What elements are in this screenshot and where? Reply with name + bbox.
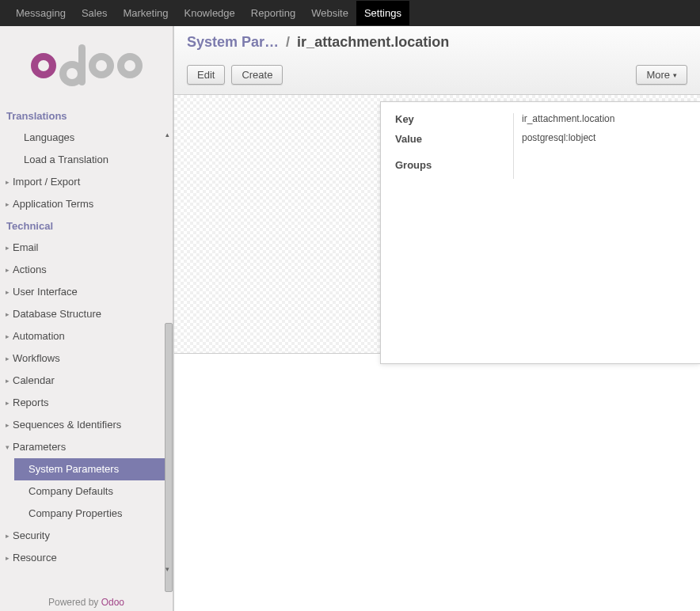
sidebar-item-label: Resource xyxy=(13,552,57,564)
chevron-right-icon: ▸ xyxy=(3,198,11,211)
more-dropdown[interactable]: More ▾ xyxy=(636,65,687,85)
sidebar-item-label: Email xyxy=(13,241,39,254)
field-key-label: Key xyxy=(395,113,505,125)
nav-reporting[interactable]: Reporting xyxy=(243,1,303,25)
chevron-right-icon: ▸ xyxy=(3,374,11,387)
sidebar-item-load-translation[interactable]: Load a Translation xyxy=(0,149,173,171)
sidebar-item-label: Company Properties xyxy=(29,507,123,520)
breadcrumb-parent[interactable]: System Par… xyxy=(187,34,279,50)
chevron-right-icon: ▸ xyxy=(3,529,11,542)
sidebar-item-label: User Interface xyxy=(13,286,78,298)
sidebar-item-label: Import / Export xyxy=(13,176,80,188)
sidebar-item-label: Calendar xyxy=(13,374,55,387)
chevron-right-icon: ▸ xyxy=(3,308,11,321)
nav-settings[interactable]: Settings xyxy=(356,1,409,25)
sidebar-item-company-properties[interactable]: Company Properties xyxy=(0,503,173,525)
powered-prefix: Powered by xyxy=(48,597,101,608)
sidebar-item-label: Automation xyxy=(13,330,65,343)
field-key-value: ir_attachment.location xyxy=(522,113,614,124)
chevron-down-icon: ▾ xyxy=(673,71,677,79)
edit-button[interactable]: Edit xyxy=(187,65,225,85)
form-sheet: Key Value Groups ir_attachment.location … xyxy=(380,101,700,364)
chevron-right-icon: ▸ xyxy=(3,397,11,409)
breadcrumb-current: ir_attachment.location xyxy=(297,34,449,50)
sidebar-item-resource[interactable]: ▸Resource xyxy=(0,547,173,569)
sidebar-item-company-defaults[interactable]: Company Defaults xyxy=(0,480,173,503)
section-technical: Technical xyxy=(0,215,173,237)
main-header: System Par… / ir_attachment.location Edi… xyxy=(174,26,700,95)
chevron-right-icon: ▸ xyxy=(3,552,11,564)
sidebar-item-application-terms[interactable]: ▸Application Terms xyxy=(0,193,173,215)
scroll-up-icon[interactable]: ▴ xyxy=(162,131,173,139)
sidebar-item-label: Reports xyxy=(13,397,49,409)
more-label: More xyxy=(646,69,670,81)
main: System Par… / ir_attachment.location Edi… xyxy=(173,26,700,611)
chevron-right-icon: ▸ xyxy=(3,264,11,276)
sidebar-item-label: Application Terms xyxy=(13,198,93,211)
sidebar-item-workflows[interactable]: ▸Workflows xyxy=(0,347,173,370)
sidebar-item-parameters[interactable]: ▾Parameters xyxy=(0,436,173,458)
sidebar-item-system-parameters[interactable]: System Parameters xyxy=(14,458,173,480)
sidebar-item-reports[interactable]: ▸Reports xyxy=(0,392,173,414)
field-value-label: Value xyxy=(395,133,505,145)
sidebar-item-user-interface[interactable]: ▸User Interface xyxy=(0,281,173,303)
sidebar-item-label: Security xyxy=(13,529,50,542)
sidebar-item-database-structure[interactable]: ▸Database Structure xyxy=(0,303,173,325)
nav-marketing[interactable]: Marketing xyxy=(115,1,176,25)
logo[interactable] xyxy=(0,26,173,105)
field-value-value: postgresql:lobject xyxy=(522,132,595,143)
breadcrumb-sep: / xyxy=(283,34,293,50)
breadcrumb: System Par… / ir_attachment.location xyxy=(187,34,687,51)
chevron-right-icon: ▸ xyxy=(3,176,11,188)
nav-sales[interactable]: Sales xyxy=(74,1,116,25)
sidebar-item-label: Sequences & Identifiers xyxy=(13,419,121,431)
sidebar-item-import-export[interactable]: ▸Import / Export xyxy=(0,171,173,193)
sidebar: ▴ Translations Languages Load a Translat… xyxy=(0,26,173,611)
powered-link[interactable]: Odoo xyxy=(101,597,124,608)
nav-knowledge[interactable]: Knowledge xyxy=(176,1,242,25)
nav-website[interactable]: Website xyxy=(303,1,356,25)
sidebar-item-sequences[interactable]: ▸Sequences & Identifiers xyxy=(0,414,173,436)
sidebar-item-languages[interactable]: Languages xyxy=(0,127,173,149)
form-area: Key Value Groups ir_attachment.location … xyxy=(174,95,700,354)
chevron-right-icon: ▸ xyxy=(3,241,11,254)
scroll-down-icon[interactable]: ▾ xyxy=(162,565,173,573)
chevron-down-icon: ▾ xyxy=(3,441,11,454)
sidebar-item-automation[interactable]: ▸Automation xyxy=(0,325,173,347)
section-translations: Translations xyxy=(0,105,173,127)
chevron-right-icon: ▸ xyxy=(3,419,11,431)
sidebar-item-actions[interactable]: ▸Actions xyxy=(0,259,173,281)
field-groups-label: Groups xyxy=(395,159,505,171)
chevron-right-icon: ▸ xyxy=(3,352,11,365)
scrollbar-thumb[interactable] xyxy=(165,323,173,592)
chevron-right-icon: ▸ xyxy=(3,330,11,343)
sidebar-item-label: System Parameters xyxy=(29,463,119,476)
sidebar-item-label: Company Defaults xyxy=(29,485,113,498)
sidebar-item-label: Parameters xyxy=(13,441,66,454)
top-nav: Messaging Sales Marketing Knowledge Repo… xyxy=(0,0,700,26)
sidebar-item-label: Database Structure xyxy=(13,308,101,321)
create-button[interactable]: Create xyxy=(231,65,283,85)
sidebar-item-label: Workflows xyxy=(13,352,60,365)
sidebar-item-label: Actions xyxy=(13,264,47,276)
sidebar-item-label: Load a Translation xyxy=(24,154,108,166)
sidebar-item-calendar[interactable]: ▸Calendar xyxy=(0,370,173,392)
sidebar-item-label: Languages xyxy=(24,131,74,144)
chatter-area xyxy=(174,354,700,612)
chevron-right-icon: ▸ xyxy=(3,286,11,298)
sidebar-item-email[interactable]: ▸Email xyxy=(0,237,173,259)
nav-messaging[interactable]: Messaging xyxy=(8,1,74,25)
sidebar-item-security[interactable]: ▸Security xyxy=(0,525,173,547)
powered-by: Powered by Odoo xyxy=(0,592,173,611)
